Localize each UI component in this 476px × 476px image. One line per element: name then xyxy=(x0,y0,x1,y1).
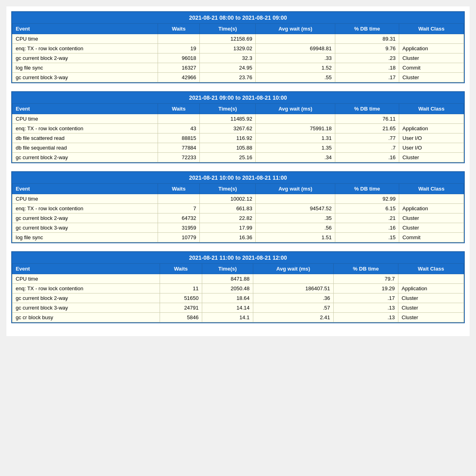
col-header-1-4: % DB time xyxy=(335,104,399,114)
table-cell-3-0-4: 79.7 xyxy=(333,274,398,284)
table-cell-0-3-0: log file sync xyxy=(12,63,158,73)
table-cell-1-2-2: 116.92 xyxy=(200,133,256,143)
table-cell-2-4-2: 16.36 xyxy=(200,233,256,242)
table-cell-0-3-3: 1.52 xyxy=(256,63,335,73)
table-cell-0-4-2: 23.76 xyxy=(200,73,256,82)
table-row: CPU time12158.6989.31 xyxy=(12,34,464,44)
table-cell-2-3-4: .16 xyxy=(335,223,399,233)
table-cell-1-3-2: 105.88 xyxy=(200,143,256,153)
data-table-1: EventWaitsTime(s)Avg wait (ms)% DB timeW… xyxy=(12,103,464,162)
table-cell-3-3-5: Cluster xyxy=(398,303,464,313)
table-row: enq: TX - row lock contention191329.0269… xyxy=(12,44,464,53)
table-cell-2-0-2: 10002.12 xyxy=(200,194,256,204)
table-cell-2-4-5: Commit xyxy=(399,233,464,242)
table-cell-2-3-1: 31959 xyxy=(158,223,200,233)
col-header-2-2: Time(s) xyxy=(200,184,256,194)
col-header-1-0: Event xyxy=(12,104,158,114)
table-cell-1-2-1: 88815 xyxy=(158,133,200,143)
table-row: enq: TX - row lock contention433267.6275… xyxy=(12,124,464,133)
table-cell-2-4-0: log file sync xyxy=(12,233,158,242)
table-cell-3-3-3: .57 xyxy=(253,303,333,313)
table-cell-2-4-4: .15 xyxy=(335,233,399,242)
table-row: gc current block 2-way6473222.82.35.21Cl… xyxy=(12,213,464,223)
table-cell-1-2-4: .77 xyxy=(335,133,399,143)
section-2: 2021-08-21 10:00 to 2021-08-21 11:00Even… xyxy=(11,171,465,243)
table-row: log file sync1632724.951.52.18Commit xyxy=(12,63,464,73)
table-cell-2-1-2: 661.83 xyxy=(200,204,256,213)
table-cell-1-2-3: 1.31 xyxy=(256,133,335,143)
col-header-0-5: Wait Class xyxy=(399,24,464,34)
table-cell-2-1-0: enq: TX - row lock contention xyxy=(12,204,158,213)
table-cell-1-1-2: 3267.62 xyxy=(200,124,256,133)
table-cell-0-3-2: 24.95 xyxy=(200,63,256,73)
col-header-3-1: Waits xyxy=(160,264,202,274)
col-header-2-4: % DB time xyxy=(335,184,399,194)
table-row: log file sync1077916.361.51.15Commit xyxy=(12,233,464,242)
section-0: 2021-08-21 08:00 to 2021-08-21 09:00Even… xyxy=(11,11,465,83)
table-cell-2-1-5: Application xyxy=(399,204,464,213)
table-cell-1-4-1: 72233 xyxy=(158,153,200,162)
col-header-3-4: % DB time xyxy=(333,264,398,274)
table-row: enq: TX - row lock contention7661.839454… xyxy=(12,204,464,213)
table-row: db file sequential read77884105.881.35.7… xyxy=(12,143,464,153)
table-cell-0-0-1 xyxy=(158,34,200,44)
table-cell-3-1-5: Application xyxy=(398,284,464,293)
col-header-1-5: Wait Class xyxy=(399,104,464,114)
table-cell-2-3-2: 17.99 xyxy=(200,223,256,233)
table-cell-0-3-1: 16327 xyxy=(158,63,200,73)
table-cell-1-4-0: gc current block 2-way xyxy=(12,153,158,162)
section-title-0: 2021-08-21 08:00 to 2021-08-21 09:00 xyxy=(12,12,464,23)
table-row: CPU time11485.9276.11 xyxy=(12,114,464,124)
table-cell-2-2-3: .35 xyxy=(256,213,335,223)
data-table-3: EventWaitsTime(s)Avg wait (ms)% DB timeW… xyxy=(12,263,464,322)
table-cell-0-2-2: 32.3 xyxy=(200,53,256,63)
page-wrapper: 2021-08-21 08:00 to 2021-08-21 09:00Even… xyxy=(6,6,470,336)
col-header-1-3: Avg wait (ms) xyxy=(256,104,335,114)
table-cell-1-0-0: CPU time xyxy=(12,114,158,124)
section-1: 2021-08-21 09:00 to 2021-08-21 10:00Even… xyxy=(11,91,465,163)
table-cell-3-0-2: 8471.88 xyxy=(202,274,253,284)
table-cell-1-4-2: 25.16 xyxy=(200,153,256,162)
table-cell-1-0-3 xyxy=(256,114,335,124)
section-title-1: 2021-08-21 09:00 to 2021-08-21 10:00 xyxy=(12,92,464,103)
table-cell-3-0-3 xyxy=(253,274,333,284)
table-row: db file scattered read88815116.921.31.77… xyxy=(12,133,464,143)
table-row: CPU time10002.1292.99 xyxy=(12,194,464,204)
table-cell-1-1-1: 43 xyxy=(158,124,200,133)
col-header-3-0: Event xyxy=(12,264,160,274)
table-cell-0-1-0: enq: TX - row lock contention xyxy=(12,44,158,53)
col-header-3-3: Avg wait (ms) xyxy=(253,264,333,274)
data-table-2: EventWaitsTime(s)Avg wait (ms)% DB timeW… xyxy=(12,183,464,242)
table-row: gc current block 3-way4296623.76.55.17Cl… xyxy=(12,73,464,82)
table-cell-3-2-0: gc current block 2-way xyxy=(12,293,160,303)
table-cell-2-4-3: 1.51 xyxy=(256,233,335,242)
table-cell-1-1-3: 75991.18 xyxy=(256,124,335,133)
table-cell-3-2-5: Cluster xyxy=(398,293,464,303)
data-table-0: EventWaitsTime(s)Avg wait (ms)% DB timeW… xyxy=(12,23,464,82)
table-row: gc current block 2-way7223325.16.34.16Cl… xyxy=(12,153,464,162)
table-cell-0-1-5: Application xyxy=(399,44,464,53)
table-cell-0-0-4: 89.31 xyxy=(335,34,399,44)
table-cell-2-1-3: 94547.52 xyxy=(256,204,335,213)
table-cell-0-4-1: 42966 xyxy=(158,73,200,82)
table-cell-3-4-2: 14.1 xyxy=(202,313,253,322)
table-cell-3-2-4: .17 xyxy=(333,293,398,303)
section-title-3: 2021-08-21 11:00 to 2021-08-21 12:00 xyxy=(12,252,464,263)
table-cell-2-0-0: CPU time xyxy=(12,194,158,204)
table-cell-1-0-2: 11485.92 xyxy=(200,114,256,124)
table-cell-0-3-5: Commit xyxy=(399,63,464,73)
table-cell-2-3-5: Cluster xyxy=(399,223,464,233)
table-cell-0-2-1: 96018 xyxy=(158,53,200,63)
table-row: CPU time8471.8879.7 xyxy=(12,274,464,284)
table-cell-3-3-4: .13 xyxy=(333,303,398,313)
section-3: 2021-08-21 11:00 to 2021-08-21 12:00Even… xyxy=(11,251,465,323)
col-header-2-3: Avg wait (ms) xyxy=(256,184,335,194)
table-cell-2-0-3 xyxy=(256,194,335,204)
table-cell-2-0-1 xyxy=(158,194,200,204)
table-cell-3-2-3: .36 xyxy=(253,293,333,303)
table-cell-0-1-2: 1329.02 xyxy=(200,44,256,53)
table-row: gc current block 2-way5165018.64.36.17Cl… xyxy=(12,293,464,303)
table-cell-3-0-1 xyxy=(160,274,202,284)
table-cell-0-4-0: gc current block 3-way xyxy=(12,73,158,82)
table-row: gc current block 2-way9601832.3.33.23Clu… xyxy=(12,53,464,63)
